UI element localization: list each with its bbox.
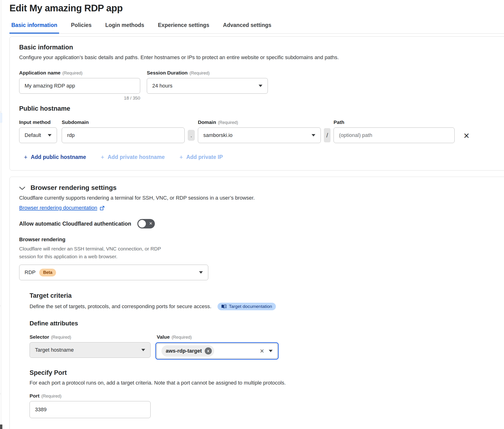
- application-name-label: Application name: [19, 70, 61, 75]
- application-name-input[interactable]: [19, 78, 140, 94]
- selector-value: Target hostname: [35, 347, 74, 353]
- dot-separator: .: [188, 130, 195, 141]
- basic-information-heading: Basic information: [19, 44, 496, 51]
- tab-login-methods[interactable]: Login methods: [103, 22, 146, 33]
- subdomain-label: Subdomain: [62, 119, 89, 125]
- sidebar-item-sliver: [0, 113, 2, 123]
- required-hint: (Required): [62, 71, 82, 75]
- add-private-hostname-button[interactable]: + Add private hostname: [101, 153, 165, 161]
- chevron-down-icon: [48, 134, 52, 136]
- browser-rendering-doc-link[interactable]: Browser rendering documentation: [19, 205, 97, 211]
- main-content: Edit My amazing RDP app Basic informatio…: [9, 0, 504, 429]
- beta-badge: Beta: [39, 269, 56, 277]
- input-method-value: Default: [25, 132, 41, 138]
- chevron-down-icon: [141, 349, 145, 351]
- left-edge-tick: [0, 394, 1, 394]
- required-hint: (Required): [190, 71, 210, 75]
- session-duration-select[interactable]: 24 hours: [147, 78, 268, 94]
- selector-select[interactable]: Target hostname: [30, 342, 150, 358]
- tab-bar: Basic information Policies Login methods…: [9, 22, 504, 34]
- session-duration-label: Session Duration: [147, 70, 188, 75]
- browser-rendering-value: RDP: [25, 269, 35, 276]
- plus-icon: +: [101, 153, 104, 161]
- port-input[interactable]: [30, 401, 150, 418]
- required-hint: (Required): [218, 120, 238, 125]
- tag-remove-icon[interactable]: x: [205, 348, 212, 355]
- basic-information-card: Basic information Configure your applica…: [9, 36, 504, 170]
- domain-value: samborski.io: [203, 132, 232, 138]
- tab-basic-information[interactable]: Basic information: [9, 22, 59, 34]
- public-hostname-heading: Public hostname: [19, 105, 496, 112]
- chevron-down-icon: [19, 186, 25, 190]
- page-title: Edit My amazing RDP app: [9, 0, 504, 13]
- toggle-off-x-icon: ×: [149, 220, 152, 227]
- domain-label: Domain: [198, 119, 216, 125]
- cloudflared-auth-toggle[interactable]: ×: [137, 219, 155, 228]
- value-label: Value: [157, 334, 170, 340]
- target-criteria-description: Define the set of targets, protocols, an…: [30, 304, 211, 310]
- character-counter: 18 / 350: [19, 96, 140, 101]
- path-label: Path: [334, 119, 345, 125]
- add-private-ip-button[interactable]: + Add private IP: [179, 153, 223, 161]
- value-tag: aws-rdp-target x: [161, 345, 214, 357]
- input-method-label: Input method: [19, 119, 51, 125]
- define-attributes-heading: Define attributes: [30, 320, 496, 327]
- required-hint: (Required): [51, 335, 71, 340]
- session-duration-value: 24 hours: [152, 83, 173, 89]
- tab-experience-settings[interactable]: Experience settings: [156, 22, 211, 33]
- browser-rendering-description: Cloudflare currently supports rendering …: [19, 195, 496, 201]
- clear-icon[interactable]: ×: [260, 348, 264, 355]
- domain-select[interactable]: samborski.io: [198, 127, 321, 143]
- chevron-down-icon[interactable]: [269, 350, 273, 352]
- plus-icon: +: [179, 153, 183, 161]
- browser-rendering-select-label: Browser rendering: [19, 236, 496, 243]
- required-hint: (Required): [41, 394, 62, 399]
- external-link-icon: [99, 206, 105, 211]
- browser-rendering-select[interactable]: RDP Beta: [19, 265, 208, 280]
- basic-information-description: Configure your application’s basic detai…: [19, 54, 496, 61]
- left-edge-tick: [0, 112, 1, 112]
- tab-advanced-settings[interactable]: Advanced settings: [221, 22, 273, 33]
- target-documentation-badge[interactable]: Target documentation: [218, 303, 276, 310]
- browser-rendering-heading: Browser rendering settings: [30, 184, 116, 192]
- selector-label: Selector: [30, 334, 49, 340]
- slash-separator: /: [324, 128, 330, 142]
- book-icon: [221, 304, 226, 309]
- specify-port-description: For each port a protocol runs on, add a …: [30, 380, 496, 386]
- left-panel-divider: [1, 0, 1, 429]
- add-public-hostname-button[interactable]: + Add public hostname: [24, 153, 86, 161]
- chevron-down-icon: [312, 134, 315, 136]
- cloudflared-auth-toggle-label: Allow automatic Cloudflared authenticati…: [19, 221, 131, 227]
- toggle-knob: [138, 220, 146, 227]
- browser-rendering-collapse-header[interactable]: Browser rendering settings: [19, 184, 496, 192]
- browser-rendering-card: Browser rendering settings Cloudflare cu…: [9, 177, 504, 429]
- target-criteria-heading: Target criteria: [30, 292, 496, 299]
- value-multiselect-focus-ring: aws-rdp-target x ×: [155, 342, 279, 360]
- required-hint: (Required): [172, 335, 192, 340]
- chevron-down-icon: [199, 271, 203, 274]
- plus-icon: +: [24, 153, 27, 161]
- subdomain-input[interactable]: [62, 127, 185, 143]
- path-input[interactable]: [334, 127, 455, 143]
- browser-rendering-select-description: Cloudflare will render an SSH terminal, …: [19, 245, 168, 260]
- port-label: Port: [30, 393, 39, 399]
- specify-port-heading: Specify Port: [30, 369, 496, 376]
- input-method-select[interactable]: Default: [19, 127, 57, 143]
- left-edge-tick: [0, 306, 1, 306]
- value-multiselect[interactable]: aws-rdp-target x ×: [157, 343, 278, 358]
- scrollbar-sliver[interactable]: [0, 425, 2, 429]
- chevron-down-icon: [259, 85, 262, 87]
- tab-policies[interactable]: Policies: [69, 22, 93, 33]
- remove-hostname-icon[interactable]: ×: [464, 131, 469, 141]
